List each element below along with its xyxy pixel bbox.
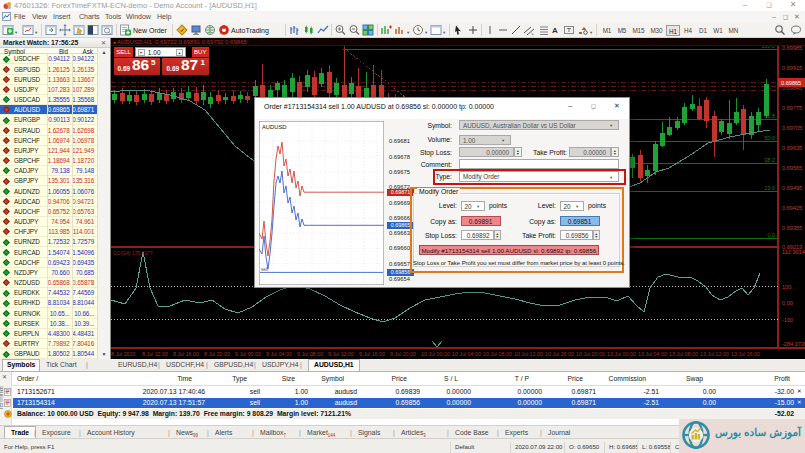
svg-text:0.69565: 0.69565 [782,165,802,171]
svg-text:0.69635: 0.69635 [782,145,802,151]
svg-text:10 Jul 20:00: 10 Jul 20:00 [576,351,605,357]
svg-text:100: 100 [782,284,791,290]
svg-text:10 Jul 00:00: 10 Jul 00:00 [421,351,450,357]
svg-text:0.69425: 0.69425 [782,205,802,211]
svg-text:10 Jul 12:00: 10 Jul 12:00 [514,351,543,357]
svg-text:0.69865: 0.69865 [781,80,801,86]
svg-text:13 Jul 16:00: 13 Jul 16:00 [731,351,760,357]
svg-text:9 Jul 08:00: 9 Jul 08:00 [297,351,323,357]
svg-text:-100: -100 [782,317,793,323]
svg-text:23.6: 23.6 [765,185,776,191]
svg-text:112.9014: 112.9014 [782,249,805,255]
svg-text:0.69985: 0.69985 [782,46,802,51]
svg-text:0.69915: 0.69915 [782,65,802,71]
svg-text:9 Jul 00:00: 9 Jul 00:00 [235,351,261,357]
svg-text:9 Jul 04:00: 9 Jul 04:00 [266,351,292,357]
svg-text:0.69705: 0.69705 [782,125,802,131]
svg-text:38.2: 38.2 [765,157,776,163]
svg-text:50.0: 50.0 [765,135,776,141]
svg-text:8 Jul 16:00: 8 Jul 16:00 [173,351,199,357]
svg-text:0.69355: 0.69355 [782,225,802,231]
svg-text:8 Jul 12:00: 8 Jul 12:00 [142,351,168,357]
svg-text:AUDUSD: AUDUSD [262,124,286,130]
svg-text:10 Jul 16:00: 10 Jul 16:00 [545,351,574,357]
svg-text:9 Jul 20:00: 9 Jul 20:00 [390,351,416,357]
svg-text:0.0: 0.0 [768,232,776,238]
svg-text:100.0: 100.0 [762,46,776,49]
svg-text:8 Jul 20:00: 8 Jul 20:00 [204,351,230,357]
svg-text:9 Jul 12:00: 9 Jul 12:00 [328,351,354,357]
svg-text:8 Jul 2020: 8 Jul 2020 [111,351,135,357]
svg-text:9 Jul 16:00: 9 Jul 16:00 [359,351,385,357]
svg-text:CCI(14) 175.4177: CCI(14) 175.4177 [113,250,153,256]
svg-text:13 Jul 04:00: 13 Jul 04:00 [638,351,667,357]
svg-text:13 Jul 08:00: 13 Jul 08:00 [669,351,698,357]
svg-text:10 Jul 04:00: 10 Jul 04:00 [452,351,481,357]
svg-text:10 Jul 08:00: 10 Jul 08:00 [483,351,512,357]
svg-text:13 Jul 12:00: 13 Jul 12:00 [700,351,729,357]
svg-text:0.00: 0.00 [782,300,793,306]
svg-text:-284.1726: -284.1726 [782,341,805,347]
svg-text:13 Jul 00:00: 13 Jul 00:00 [607,351,636,357]
svg-text:0.69495: 0.69495 [782,185,802,191]
svg-text:0.69775: 0.69775 [782,105,802,111]
svg-text:sell: sell [261,267,268,272]
